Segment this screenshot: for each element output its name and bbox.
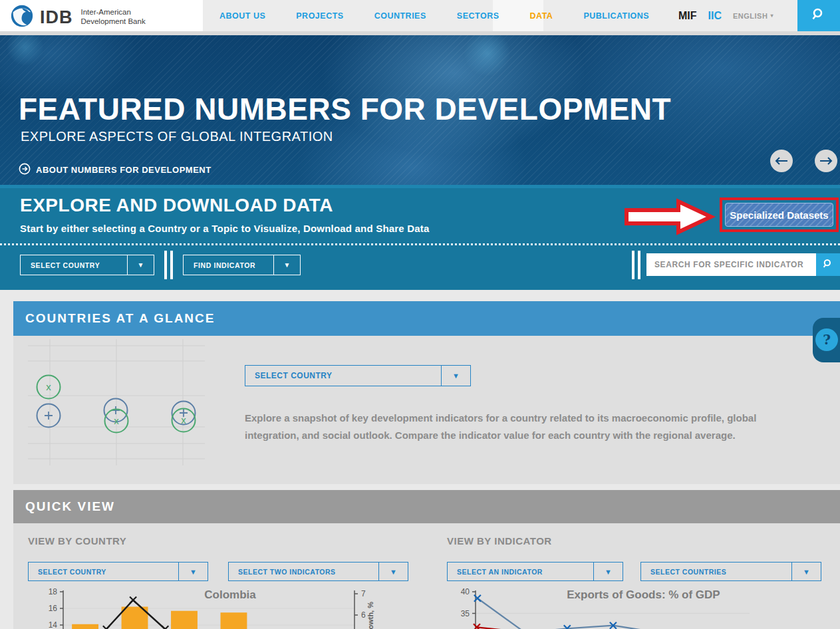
chevron-down-icon: ▼ [378, 563, 408, 580]
topbar-divider [0, 31, 840, 35]
language-label: ENGLISH [733, 12, 768, 20]
svg-text:GDP Growth, %: GDP Growth, % [366, 602, 374, 629]
select-two-indicators-dropdown[interactable]: SELECT TWO INDICATORS ▼ [228, 562, 408, 581]
select-an-indicator-dropdown[interactable]: SELECT AN INDICATOR ▼ [447, 562, 623, 581]
explore-subtitle: Start by either selecting a Country or a… [20, 223, 430, 234]
view-by-indicator-title: VIEW BY INDICATOR [447, 535, 552, 547]
nav-data[interactable]: DATA [530, 11, 553, 21]
separator-bar [632, 251, 634, 279]
hero-subtitle: EXPLORE ASPECTS OF GLOBAL INTEGRATION [21, 129, 333, 144]
select-two-indicators-label: SELECT TWO INDICATORS [229, 563, 378, 580]
chevron-down-icon: ▼ [273, 255, 300, 275]
svg-text:16: 16 [49, 604, 58, 613]
quick-view-title: QUICK VIEW [13, 499, 115, 514]
caret-down-icon: ▾ [770, 13, 773, 19]
nav-iic[interactable]: IIC [708, 10, 722, 22]
indicator-chart-title: Exports of Goods: % of GDP [447, 588, 840, 602]
svg-text:35: 35 [461, 609, 470, 618]
chevron-down-icon: ▼ [441, 366, 470, 386]
about-numbers-link[interactable]: ABOUT NUMBERS FOR DEVELOPMENT [19, 163, 211, 177]
separator-bar [638, 251, 640, 279]
about-numbers-label: ABOUT NUMBERS FOR DEVELOPMENT [36, 165, 211, 175]
country-chart: Colombia 18161476GDP Growth, % [28, 588, 432, 629]
hero-banner: FEATURED NUMBERS FOR DEVELOPMENT EXPLORE… [0, 35, 840, 188]
hero-title: FEATURED NUMBERS FOR DEVELOPMENT [19, 94, 671, 124]
glance-preview-chart: xxx [28, 339, 205, 465]
filter-bar: SELECT COUNTRY ▼ FIND INDICATOR ▼ [0, 247, 840, 290]
select-countries-dropdown[interactable]: SELECT COUNTRIES ▼ [640, 562, 821, 581]
arrow-left-icon [775, 156, 788, 166]
main-nav: ABOUT US PROJECTS COUNTRIES SECTORS DATA… [219, 0, 649, 31]
search-icon [811, 7, 827, 25]
separator-bar [164, 251, 167, 279]
arrow-right-icon [819, 156, 833, 166]
question-mark-icon: ? [815, 328, 838, 351]
help-button[interactable]: ? [813, 318, 840, 362]
svg-text:6: 6 [361, 610, 366, 620]
chevron-down-icon: ▼ [178, 563, 208, 580]
annotation-highlight-box: Specialized Datasets [720, 197, 839, 232]
indicator-search-input[interactable] [646, 253, 816, 276]
select-country-label: SELECT COUNTRY [21, 255, 127, 275]
nav-mif[interactable]: MIF [678, 10, 697, 22]
carousel-next-button[interactable] [815, 150, 837, 172]
svg-text:x: x [46, 381, 51, 392]
idb-data-portal-page: IDB Inter-American Development Bank ABOU… [0, 0, 840, 629]
explore-title: EXPLORE AND DOWNLOAD DATA [20, 195, 333, 216]
idb-bird-icon [9, 3, 35, 31]
top-navigation-bar: IDB Inter-American Development Bank ABOU… [0, 0, 840, 31]
select-countries-label: SELECT COUNTRIES [641, 563, 791, 580]
org-name-line2: Development Bank [81, 17, 146, 25]
org-name-line1: Inter-American [81, 8, 131, 16]
specialized-datasets-button[interactable]: Specialized Datasets [725, 203, 833, 227]
quick-view-section: QUICK VIEW VIEW BY COUNTRY SELECT COUNTR… [13, 490, 840, 629]
chevron-down-icon: ▼ [593, 563, 623, 580]
top-search-button[interactable] [797, 0, 840, 31]
qv-select-country-label: SELECT COUNTRY [29, 563, 178, 580]
glance-description: Explore a snapshot of key development in… [245, 410, 785, 445]
find-indicator-dropdown[interactable]: FIND INDICATOR ▼ [183, 255, 301, 275]
quick-view-header: QUICK VIEW [13, 490, 840, 523]
country-chart-title: Colombia [28, 588, 432, 602]
nav-projects[interactable]: PROJECTS [296, 11, 343, 21]
nav-publications[interactable]: PUBLICATIONS [583, 11, 649, 21]
nav-countries[interactable]: COUNTRIES [374, 11, 426, 21]
svg-text:x: x [181, 414, 186, 426]
language-selector[interactable]: ENGLISH ▾ [733, 12, 773, 20]
dotted-divider [0, 243, 840, 245]
glance-section-header: COUNTRIES AT A GLANCE [13, 301, 840, 336]
nav-about-us[interactable]: ABOUT US [219, 11, 265, 21]
nav-sectors[interactable]: SECTORS [457, 11, 499, 21]
svg-text:14: 14 [49, 620, 58, 629]
select-country-dropdown[interactable]: SELECT COUNTRY ▼ [20, 255, 154, 275]
carousel-prev-button[interactable] [770, 150, 793, 172]
quickview-select-country-dropdown[interactable]: SELECT COUNTRY ▼ [28, 562, 208, 581]
secondary-nav: MIF IIC ENGLISH ▾ [678, 0, 773, 31]
separator-bar [170, 251, 173, 279]
glance-select-country-label: SELECT COUNTRY [245, 366, 441, 386]
indicator-chart: Exports of Goods: % of GDP 4035 [447, 588, 840, 629]
glance-section-title: COUNTRIES AT A GLANCE [13, 311, 215, 326]
svg-text:x: x [114, 415, 119, 426]
glance-select-country-dropdown[interactable]: SELECT COUNTRY ▼ [245, 365, 471, 386]
countries-at-a-glance-section: COUNTRIES AT A GLANCE xxx SELECT COUNTRY… [13, 301, 840, 484]
search-icon [822, 258, 834, 272]
find-indicator-label: FIND INDICATOR [184, 255, 273, 275]
chevron-down-icon: ▼ [791, 563, 821, 580]
circle-arrow-icon [19, 163, 31, 177]
chevron-down-icon: ▼ [127, 255, 154, 275]
explore-download-bar: EXPLORE AND DOWNLOAD DATA Start by eithe… [0, 188, 840, 247]
idb-logo[interactable]: IDB Inter-American Development Bank [9, 3, 146, 31]
annotation-arrow [624, 198, 716, 235]
select-an-indicator-label: SELECT AN INDICATOR [448, 563, 593, 580]
indicator-search-button[interactable] [816, 253, 840, 276]
view-by-country-title: VIEW BY COUNTRY [28, 535, 126, 547]
idb-wordmark: IDB [40, 7, 73, 28]
